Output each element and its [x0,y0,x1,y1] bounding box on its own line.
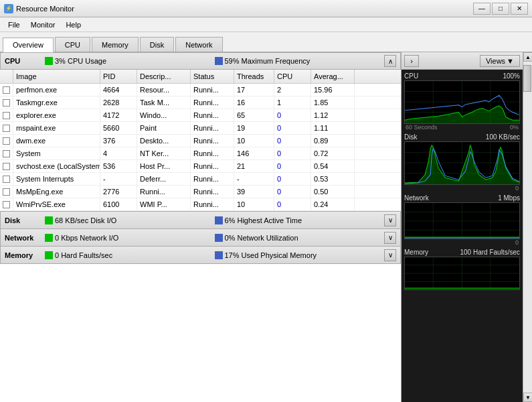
row-checkbox[interactable] [0,186,13,198]
row-desc: Deskto... [137,135,191,147]
row-cpu: 0 [274,109,311,121]
row-checkbox[interactable] [0,135,13,147]
row-cpu: 0 [274,122,311,134]
col-image[interactable]: Image [13,70,100,83]
row-desc: Host Pr... [137,160,191,172]
network-section-header[interactable]: Network 0 Kbps Network I/O 0% Network Ut… [0,229,401,247]
tab-overview[interactable]: Overview [3,38,54,52]
tab-memory[interactable]: Memory [92,37,139,52]
views-button[interactable]: Views ▼ [480,55,520,67]
maximize-button[interactable]: □ [492,3,509,15]
row-checkbox[interactable] [0,122,13,134]
disk-section-header[interactable]: Disk 68 KB/sec Disk I/O 6% Highest Activ… [0,212,401,229]
row-image: dwm.exe [13,135,100,147]
table-row[interactable]: Taskmgr.exe 2628 Task M... Runni... 16 1… [0,96,401,109]
row-desc: Deferr... [137,173,191,185]
row-checkbox[interactable] [0,173,13,185]
row-threads: 21 [234,160,274,172]
minimize-button[interactable]: — [473,3,491,15]
memory-graph-max: 100 Hard Faults/sec [460,249,521,256]
cpu-table-header: Image PID Descrip... Status Threads CPU … [0,70,401,84]
row-avg: 0.89 [311,135,355,147]
col-status[interactable]: Status [191,70,234,83]
col-checkbox[interactable] [0,70,13,83]
row-avg: 0.53 [311,173,355,185]
tab-cpu[interactable]: CPU [55,37,90,52]
cpu-section-header[interactable]: CPU 3% CPU Usage 59% Maximum Frequency ∧ [0,52,401,70]
table-row[interactable]: MsMpEng.exe 2776 Runni... Runni... 39 0 … [0,186,401,198]
title-bar-title: Resource Monitor [16,5,74,13]
row-avg: 0.72 [311,147,355,159]
row-avg: 1.11 [311,122,355,134]
right-nav-button[interactable]: › [404,55,419,67]
row-pid: 6100 [100,198,137,210]
col-threads[interactable]: Threads [234,70,274,83]
row-threads: 146 [234,147,274,159]
disk-graph-box [404,141,520,185]
scroll-thumb[interactable] [523,65,531,92]
row-checkbox[interactable] [0,160,13,172]
col-desc[interactable]: Descrip... [137,70,191,83]
col-pid[interactable]: PID [100,70,137,83]
row-avg: 0.54 [311,160,355,172]
tab-network[interactable]: Network [175,37,222,52]
table-row[interactable]: explorer.exe 4172 Windo... Runni... 65 0… [0,109,401,122]
row-pid: 376 [100,135,137,147]
table-row[interactable]: System Interrupts - Deferr... Runni... -… [0,173,401,186]
col-avg[interactable]: Averag... [311,70,355,83]
row-desc: Task M... [137,96,191,109]
right-panel-scrollbar[interactable]: ▲ ▼ [523,52,532,402]
row-checkbox[interactable] [0,84,13,96]
menu-help[interactable]: Help [60,19,86,30]
memory-graph-title-row: Memory 100 Hard Faults/sec [404,249,520,256]
row-checkbox[interactable] [0,109,13,121]
title-bar-left: ⚡ Resource Monitor [4,4,74,13]
close-button[interactable]: ✕ [511,3,528,15]
network-time-label: 0 [404,239,520,246]
network-expand-button[interactable]: ∨ [384,232,396,244]
row-avg: 15.96 [311,84,355,96]
tab-bar: Overview CPU Memory Disk Network [0,32,532,52]
scroll-track[interactable] [523,62,532,393]
row-image: svchost.exe (LocalSystemNet... [13,160,100,172]
table-row[interactable]: System 4 NT Ker... Runni... 146 0 0.72 [0,147,401,160]
row-checkbox[interactable] [0,147,13,159]
app-icon: ⚡ [4,4,13,13]
scroll-up-arrow[interactable]: ▲ [523,52,532,62]
row-checkbox[interactable] [0,96,13,109]
row-cpu: 0 [274,135,311,147]
table-row[interactable]: dwm.exe 376 Deskto... Runni... 10 0 0.89 [0,135,401,147]
disk-expand-button[interactable]: ∨ [384,214,396,226]
row-pid: 2628 [100,96,137,109]
network-stat2-icon [215,234,223,242]
row-pid: 2776 [100,186,137,198]
memory-expand-button[interactable]: ∨ [384,249,396,261]
left-panel: CPU 3% CPU Usage 59% Maximum Frequency ∧… [0,52,402,402]
tab-disk[interactable]: Disk [140,37,174,52]
cpu-stat2: 59% Maximum Frequency [215,57,385,65]
menu-monitor[interactable]: Monitor [25,19,61,30]
col-cpu[interactable]: CPU [274,70,311,83]
row-status: Runni... [191,160,234,172]
memory-section-header[interactable]: Memory 0 Hard Faults/sec 17% Used Physic… [0,247,401,264]
cpu-expand-button[interactable]: ∧ [384,55,396,67]
network-stat2: 0% Network Utilization [215,234,385,242]
row-checkbox[interactable] [0,198,13,210]
cpu-graph-max: 100% [503,72,520,80]
row-pid: 4172 [100,109,137,121]
disk-stat2: 6% Highest Active Time [215,216,385,224]
right-panel-header: › Views ▼ [402,52,523,70]
row-pid: - [100,173,137,185]
memory-graph-block: Memory 100 Hard Faults/sec [404,249,520,290]
row-status: Runni... [191,198,234,210]
table-row[interactable]: mspaint.exe 5660 Paint Runni... 19 0 1.1… [0,122,401,135]
scroll-down-arrow[interactable]: ▼ [523,393,532,402]
row-desc: NT Ker... [137,147,191,159]
table-row[interactable]: perfmon.exe 4664 Resour... Runni... 17 2… [0,84,401,96]
table-row[interactable]: WmiPrvSE.exe 6100 WMI P... Runni... 10 0… [0,198,401,211]
table-row[interactable]: svchost.exe (LocalSystemNet... 536 Host … [0,160,401,173]
row-status: Runni... [191,147,234,159]
network-graph-box [404,202,520,239]
menu-file[interactable]: File [3,19,25,30]
row-threads: 17 [234,84,274,96]
